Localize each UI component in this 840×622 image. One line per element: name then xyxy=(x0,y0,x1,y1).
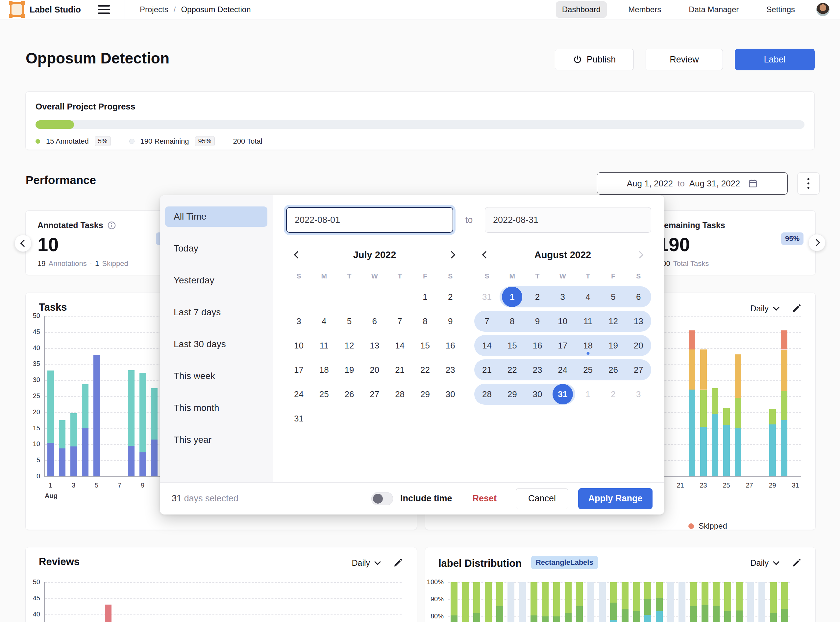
day-cell[interactable]: 28 xyxy=(474,382,499,406)
day-cell[interactable]: 19 xyxy=(600,333,626,358)
day-cell[interactable]: 20 xyxy=(626,333,651,358)
prev-month-button[interactable] xyxy=(289,247,304,262)
info-icon[interactable] xyxy=(107,221,116,230)
day-cell[interactable]: 7 xyxy=(474,309,499,333)
day-cell[interactable]: 12 xyxy=(600,309,626,333)
day-cell[interactable]: 22 xyxy=(499,358,525,382)
day-cell[interactable]: 7 xyxy=(387,309,412,333)
day-cell[interactable]: 15 xyxy=(499,333,525,358)
day-cell[interactable]: 31 xyxy=(550,382,575,406)
day-cell[interactable]: 26 xyxy=(337,382,362,406)
day-cell[interactable]: 13 xyxy=(626,309,651,333)
day-cell[interactable]: 17 xyxy=(286,358,312,382)
day-cell[interactable]: 13 xyxy=(362,333,387,358)
nav-item-dashboard[interactable]: Dashboard xyxy=(556,1,607,18)
preset-item[interactable]: Last 7 days xyxy=(165,302,267,323)
day-cell[interactable]: 29 xyxy=(499,382,525,406)
avatar[interactable] xyxy=(816,3,829,16)
day-cell[interactable]: 30 xyxy=(438,382,463,406)
day-cell[interactable]: 30 xyxy=(525,382,550,406)
day-cell[interactable]: 17 xyxy=(550,333,575,358)
day-cell[interactable]: 29 xyxy=(412,382,438,406)
day-cell[interactable]: 1 xyxy=(499,285,525,309)
day-cell[interactable]: 28 xyxy=(387,382,412,406)
edit-chart-icon[interactable] xyxy=(393,558,403,568)
day-cell[interactable]: 5 xyxy=(600,285,626,309)
day-cell[interactable]: 10 xyxy=(550,309,575,333)
edit-chart-icon[interactable] xyxy=(792,303,802,313)
day-cell[interactable]: 4 xyxy=(312,309,337,333)
preset-item[interactable]: Today xyxy=(165,238,267,259)
day-cell[interactable]: 6 xyxy=(362,309,387,333)
day-cell[interactable]: 11 xyxy=(575,309,600,333)
nav-item-members[interactable]: Members xyxy=(622,1,667,18)
day-cell[interactable]: 18 xyxy=(312,358,337,382)
day-cell[interactable]: 27 xyxy=(626,358,651,382)
reset-button[interactable]: Reset xyxy=(472,494,496,504)
day-cell[interactable]: 8 xyxy=(412,309,438,333)
day-cell[interactable]: 16 xyxy=(525,333,550,358)
hamburger-menu-icon[interactable] xyxy=(98,5,110,14)
day-cell[interactable]: 6 xyxy=(626,285,651,309)
nav-item-data-manager[interactable]: Data Manager xyxy=(683,1,745,18)
day-cell[interactable]: 21 xyxy=(387,358,412,382)
preset-item[interactable]: This year xyxy=(165,430,267,450)
day-cell[interactable]: 10 xyxy=(286,333,312,358)
day-cell[interactable]: 8 xyxy=(499,309,525,333)
start-date-input[interactable] xyxy=(286,207,453,233)
carousel-prev-button[interactable] xyxy=(14,235,32,252)
include-time-toggle[interactable] xyxy=(371,492,393,505)
day-cell[interactable]: 25 xyxy=(312,382,337,406)
breadcrumb-projects[interactable]: Projects xyxy=(140,5,168,14)
cancel-button[interactable]: Cancel xyxy=(516,488,568,509)
day-cell[interactable]: 11 xyxy=(312,333,337,358)
day-cell[interactable]: 24 xyxy=(550,358,575,382)
day-cell[interactable]: 9 xyxy=(525,309,550,333)
apply-range-button[interactable]: Apply Range xyxy=(578,488,652,509)
annotations-interval-dropdown[interactable]: Daily xyxy=(750,304,779,313)
day-cell[interactable]: 26 xyxy=(600,358,626,382)
day-cell[interactable]: 19 xyxy=(337,358,362,382)
day-cell[interactable]: 4 xyxy=(575,285,600,309)
day-cell[interactable]: 1 xyxy=(412,285,438,309)
day-cell[interactable]: 31 xyxy=(474,285,499,309)
day-cell[interactable]: 21 xyxy=(474,358,499,382)
day-cell[interactable]: 2 xyxy=(600,382,626,406)
reviews-interval-dropdown[interactable]: Daily xyxy=(351,558,380,568)
performance-menu-button[interactable] xyxy=(797,172,820,195)
day-cell[interactable]: 9 xyxy=(438,309,463,333)
day-cell[interactable]: 2 xyxy=(525,285,550,309)
preset-item[interactable]: This week xyxy=(165,366,267,386)
nav-item-settings[interactable]: Settings xyxy=(760,1,801,18)
preset-item[interactable]: All Time xyxy=(165,206,267,227)
day-cell[interactable]: 12 xyxy=(337,333,362,358)
distribution-interval-dropdown[interactable]: Daily xyxy=(750,558,779,568)
publish-button[interactable]: Publish xyxy=(555,49,634,70)
day-cell[interactable]: 31 xyxy=(286,406,312,431)
review-button[interactable]: Review xyxy=(646,49,723,70)
day-cell[interactable]: 24 xyxy=(286,382,312,406)
edit-chart-icon[interactable] xyxy=(792,558,802,568)
day-cell[interactable]: 3 xyxy=(550,285,575,309)
label-button[interactable]: Label xyxy=(735,49,815,70)
next-month-button[interactable] xyxy=(445,247,460,262)
day-cell[interactable]: 14 xyxy=(387,333,412,358)
day-cell[interactable]: 15 xyxy=(412,333,438,358)
preset-item[interactable]: This month xyxy=(165,398,267,418)
day-cell[interactable]: 5 xyxy=(337,309,362,333)
day-cell[interactable]: 3 xyxy=(626,382,651,406)
preset-item[interactable]: Last 30 days xyxy=(165,334,267,354)
end-date-input[interactable] xyxy=(485,207,651,233)
day-cell[interactable]: 3 xyxy=(286,309,312,333)
day-cell[interactable]: 1 xyxy=(575,382,600,406)
prev-month-button[interactable] xyxy=(478,247,492,262)
day-cell[interactable]: 23 xyxy=(438,358,463,382)
day-cell[interactable]: 16 xyxy=(438,333,463,358)
day-cell[interactable]: 27 xyxy=(362,382,387,406)
day-cell[interactable]: 2 xyxy=(438,285,463,309)
day-cell[interactable]: 22 xyxy=(412,358,438,382)
day-cell[interactable]: 20 xyxy=(362,358,387,382)
day-cell[interactable]: 23 xyxy=(525,358,550,382)
date-range-button[interactable]: Aug 1, 2022 to Aug 31, 2022 xyxy=(597,172,788,195)
day-cell[interactable]: 25 xyxy=(575,358,600,382)
